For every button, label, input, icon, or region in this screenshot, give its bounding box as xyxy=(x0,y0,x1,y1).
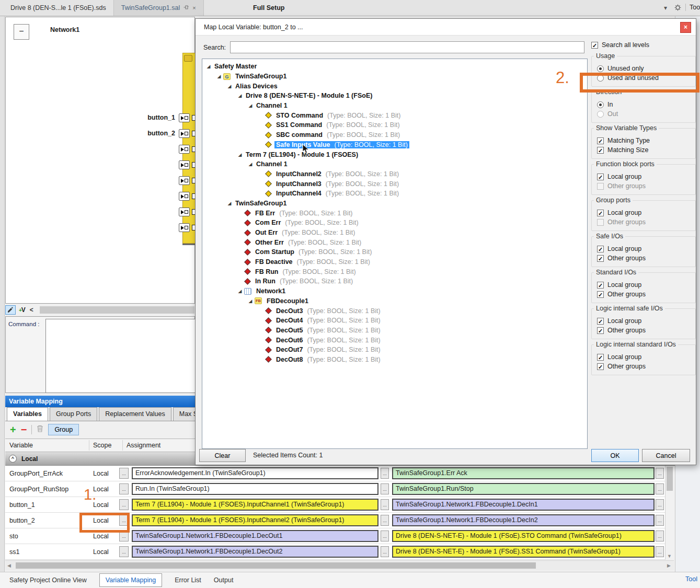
checkbox-icon[interactable]: ✓ xyxy=(597,137,604,144)
input-port-icon[interactable] xyxy=(179,129,190,138)
checkbox-icon[interactable]: ✓ xyxy=(597,210,604,216)
group-button[interactable]: Group xyxy=(48,424,79,435)
tree-item[interactable]: Other Err(Type: BOOL, Size: 1 Bit) xyxy=(202,237,587,247)
tree-item[interactable]: In Run(Type: BOOL, Size: 1 Bit) xyxy=(202,276,587,286)
search-input[interactable] xyxy=(230,41,584,53)
scrollbar-thumb[interactable] xyxy=(16,562,536,569)
usage-more-button[interactable]: ... xyxy=(656,499,664,510)
checkbox-icon[interactable]: ✓ xyxy=(591,42,598,49)
expander-icon[interactable]: ◢ xyxy=(246,298,255,304)
assignment-picker-button[interactable]: ... xyxy=(119,546,129,557)
assignment-picker-button[interactable]: ... xyxy=(119,468,129,479)
radio-option[interactable]: Out xyxy=(597,109,692,119)
table-row[interactable]: ss1Local...TwinSafeGroup1.Network1.FBDec… xyxy=(5,544,665,560)
checkbox-option[interactable]: Other groups xyxy=(597,181,692,191)
toolbox-panel-tab[interactable]: Tool xyxy=(685,4,700,11)
add-variable-icon[interactable]: +V xyxy=(18,305,27,315)
tree-item[interactable]: DecOut6(Type: BOOL, Size: 1 Bit) xyxy=(202,335,587,345)
assignment-more-button[interactable]: ... xyxy=(381,468,389,479)
checkbox-icon[interactable]: ✓ xyxy=(597,327,604,334)
expander-icon[interactable]: ◢ xyxy=(225,84,234,89)
assignment-more-button[interactable]: ... xyxy=(381,483,389,494)
assignment-value[interactable]: TwinSafeGroup1.Network1.FBDecouple1.DecO… xyxy=(132,530,378,542)
checkbox-option[interactable]: ✓Local group xyxy=(597,280,692,290)
checkbox-option[interactable]: ✓Local group xyxy=(597,172,692,181)
tree-item[interactable]: DecOut7(Type: BOOL, Size: 1 Bit) xyxy=(202,345,587,355)
table-row[interactable]: button_1Local...Term 7 (EL1904) - Module… xyxy=(5,497,665,513)
vertical-scrollbar[interactable]: ▼ xyxy=(665,466,674,560)
assignment-more-button[interactable]: ... xyxy=(381,499,389,510)
panel-tab-variable-mapping[interactable]: Variable Mapping xyxy=(99,573,162,587)
checkbox-option[interactable]: ✓Other groups xyxy=(597,362,692,371)
assignment-more-button[interactable]: ... xyxy=(381,515,389,526)
checkbox-icon[interactable]: ✓ xyxy=(597,291,604,298)
tree-item[interactable]: ◢GTwinSafeGroup1 xyxy=(202,72,587,82)
usage-value[interactable]: Drive 8 (DEN-S-NET-E) - Module 1 (FSoE).… xyxy=(392,530,655,542)
tree-item[interactable]: FB Err(Type: BOOL, Size: 1 Bit) xyxy=(202,208,587,218)
input-port-icon[interactable] xyxy=(179,145,190,154)
checkbox-option[interactable]: ✓Matching Size xyxy=(597,145,692,155)
edit-pointer-icon[interactable] xyxy=(5,305,16,315)
checkbox-option[interactable]: ✓Other groups xyxy=(597,326,692,335)
tree-item[interactable]: ◢Safety Master xyxy=(202,62,587,72)
tree-item[interactable]: ◢Drive 8 (DEN-S-NET-E) - Module 1 (FSoE) xyxy=(202,91,587,101)
checkbox-option[interactable]: ✓Other groups xyxy=(597,253,692,263)
usage-more-button[interactable]: ... xyxy=(656,468,664,479)
assignment-value[interactable]: TwinSafeGroup1.Network1.FBDecouple1.DecO… xyxy=(132,546,378,558)
expander-icon[interactable]: ◢ xyxy=(246,103,255,108)
tree-item[interactable]: ◢TwinSafeGroup1 xyxy=(202,199,587,209)
expander-icon[interactable]: ◢ xyxy=(246,162,255,167)
tree-item[interactable]: STO Command(Type: BOOL, Size: 1 Bit) xyxy=(202,110,587,120)
tab-close-icon[interactable]: × xyxy=(192,5,196,11)
assignment-value[interactable]: Run.In (TwinSafeGroup1) xyxy=(132,483,378,495)
clear-button[interactable]: Clear xyxy=(199,449,246,462)
add-row-button[interactable]: + xyxy=(10,424,16,435)
document-tab[interactable]: TwinSafeGroup1.sal× xyxy=(114,0,204,16)
expander-icon[interactable]: ◢ xyxy=(236,289,244,294)
close-icon[interactable]: × xyxy=(680,22,691,33)
checkbox-option[interactable]: ✓Matching Type xyxy=(597,136,692,145)
checkbox-icon[interactable]: ✓ xyxy=(597,246,604,252)
expander-icon[interactable]: ◢ xyxy=(225,201,234,206)
usage-value[interactable]: TwinSafeGroup1.Err Ack xyxy=(392,467,655,479)
input-port-icon[interactable] xyxy=(179,192,190,201)
tree-item[interactable]: Com Err(Type: BOOL, Size: 1 Bit) xyxy=(202,218,587,228)
horizontal-scrollbar[interactable]: ◀ ▶ xyxy=(5,560,674,570)
expander-icon[interactable]: ◢ xyxy=(204,64,213,69)
mapping-tab[interactable]: Replacement Values xyxy=(99,407,171,421)
toolbox-bottom-tab[interactable]: Tool xyxy=(685,575,698,583)
usage-value[interactable]: Drive 8 (DEN-S-NET-E) - Module 1 (FSoE).… xyxy=(392,546,655,558)
collapse-group-icon[interactable]: ^ xyxy=(9,455,17,463)
tree-item[interactable]: ◢Channel 1 xyxy=(202,101,587,111)
ok-button[interactable]: OK xyxy=(591,449,639,462)
tree-item[interactable]: Out Err(Type: BOOL, Size: 1 Bit) xyxy=(202,228,587,238)
tree-item[interactable]: InputChannel3(Type: BOOL, Size: 1 Bit) xyxy=(202,179,587,189)
assignment-more-button[interactable]: ... xyxy=(381,531,389,541)
network-collapse-button[interactable]: − xyxy=(14,24,29,40)
assignment-picker-button[interactable]: ... xyxy=(119,483,129,494)
tree-item[interactable]: DecOut8(Type: BOOL, Size: 1 Bit) xyxy=(202,355,587,365)
input-port-icon[interactable] xyxy=(179,113,190,122)
table-row[interactable]: GroupPort_ErrAckLocal...ErrorAcknowledge… xyxy=(5,466,665,481)
assignment-value[interactable]: ErrorAcknowledgement.In (TwinSafeGroup1) xyxy=(132,467,378,479)
usage-more-button[interactable]: ... xyxy=(656,483,664,494)
tree-item[interactable]: ◢Channel 1 xyxy=(202,159,587,169)
view-mode-label[interactable]: Full Setup xyxy=(253,4,284,11)
panel-tab-safety-project-online-view[interactable]: Safety Project Online View xyxy=(9,577,87,584)
scroll-right-icon[interactable]: ▶ xyxy=(667,563,671,568)
checkbox-option[interactable]: ✓Local group xyxy=(597,352,692,362)
input-port-icon[interactable] xyxy=(179,160,190,169)
tree-item[interactable]: ◢FBFBDecouple1 xyxy=(202,296,587,306)
tree-item[interactable]: FB Deactive(Type: BOOL, Size: 1 Bit) xyxy=(202,257,587,267)
checkbox-icon[interactable]: ✓ xyxy=(597,174,604,180)
checkbox-option[interactable]: ✓Local group xyxy=(597,244,692,253)
scroll-down-icon[interactable]: ▼ xyxy=(667,554,672,559)
tree-item[interactable]: InputChannel2(Type: BOOL, Size: 1 Bit) xyxy=(202,169,587,179)
tree-item[interactable]: ◢Network1 xyxy=(202,286,587,296)
chevron-down-icon[interactable]: ▾ xyxy=(664,4,667,11)
column-divider[interactable] xyxy=(122,440,123,451)
remove-row-button[interactable]: − xyxy=(21,424,27,435)
column-header-scope[interactable]: Scope xyxy=(93,442,111,449)
tree-item[interactable]: Safe Inputs Value(Type: BOOL, Size: 1 Bi… xyxy=(202,140,587,150)
tree-item[interactable]: SS1 Command(Type: BOOL, Size: 1 Bit) xyxy=(202,120,587,130)
